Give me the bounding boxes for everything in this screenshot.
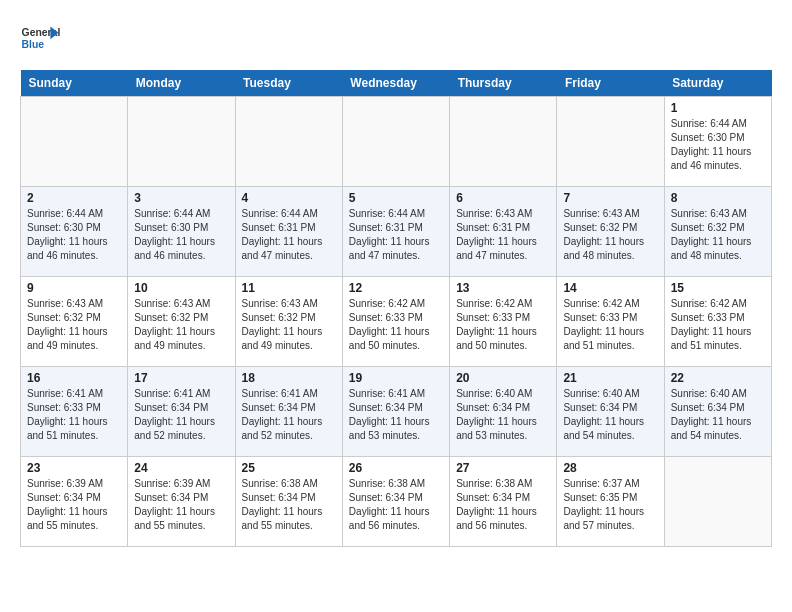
calendar-cell (664, 457, 771, 547)
day-info: Sunrise: 6:44 AM Sunset: 6:30 PM Dayligh… (134, 207, 228, 263)
day-header-wednesday: Wednesday (342, 70, 449, 97)
calendar-cell (557, 97, 664, 187)
calendar-cell: 5Sunrise: 6:44 AM Sunset: 6:31 PM Daylig… (342, 187, 449, 277)
day-number: 12 (349, 281, 443, 295)
day-header-friday: Friday (557, 70, 664, 97)
day-info: Sunrise: 6:38 AM Sunset: 6:34 PM Dayligh… (242, 477, 336, 533)
calendar-header-row: SundayMondayTuesdayWednesdayThursdayFrid… (21, 70, 772, 97)
day-number: 8 (671, 191, 765, 205)
logo: General Blue (20, 20, 64, 60)
calendar-cell: 24Sunrise: 6:39 AM Sunset: 6:34 PM Dayli… (128, 457, 235, 547)
day-info: Sunrise: 6:43 AM Sunset: 6:32 PM Dayligh… (27, 297, 121, 353)
calendar-cell: 11Sunrise: 6:43 AM Sunset: 6:32 PM Dayli… (235, 277, 342, 367)
day-info: Sunrise: 6:43 AM Sunset: 6:31 PM Dayligh… (456, 207, 550, 263)
day-number: 16 (27, 371, 121, 385)
day-info: Sunrise: 6:42 AM Sunset: 6:33 PM Dayligh… (349, 297, 443, 353)
day-info: Sunrise: 6:43 AM Sunset: 6:32 PM Dayligh… (671, 207, 765, 263)
calendar-cell: 15Sunrise: 6:42 AM Sunset: 6:33 PM Dayli… (664, 277, 771, 367)
day-info: Sunrise: 6:42 AM Sunset: 6:33 PM Dayligh… (563, 297, 657, 353)
calendar-cell: 22Sunrise: 6:40 AM Sunset: 6:34 PM Dayli… (664, 367, 771, 457)
day-info: Sunrise: 6:39 AM Sunset: 6:34 PM Dayligh… (27, 477, 121, 533)
calendar-cell: 12Sunrise: 6:42 AM Sunset: 6:33 PM Dayli… (342, 277, 449, 367)
calendar-cell: 28Sunrise: 6:37 AM Sunset: 6:35 PM Dayli… (557, 457, 664, 547)
calendar-cell: 23Sunrise: 6:39 AM Sunset: 6:34 PM Dayli… (21, 457, 128, 547)
day-info: Sunrise: 6:43 AM Sunset: 6:32 PM Dayligh… (563, 207, 657, 263)
day-number: 9 (27, 281, 121, 295)
day-info: Sunrise: 6:40 AM Sunset: 6:34 PM Dayligh… (671, 387, 765, 443)
day-header-thursday: Thursday (450, 70, 557, 97)
day-number: 28 (563, 461, 657, 475)
day-info: Sunrise: 6:41 AM Sunset: 6:33 PM Dayligh… (27, 387, 121, 443)
day-number: 10 (134, 281, 228, 295)
calendar-cell: 19Sunrise: 6:41 AM Sunset: 6:34 PM Dayli… (342, 367, 449, 457)
day-info: Sunrise: 6:41 AM Sunset: 6:34 PM Dayligh… (349, 387, 443, 443)
day-number: 21 (563, 371, 657, 385)
day-info: Sunrise: 6:44 AM Sunset: 6:31 PM Dayligh… (242, 207, 336, 263)
week-row-1: 1Sunrise: 6:44 AM Sunset: 6:30 PM Daylig… (21, 97, 772, 187)
day-info: Sunrise: 6:40 AM Sunset: 6:34 PM Dayligh… (456, 387, 550, 443)
calendar-cell: 2Sunrise: 6:44 AM Sunset: 6:30 PM Daylig… (21, 187, 128, 277)
day-number: 7 (563, 191, 657, 205)
day-number: 18 (242, 371, 336, 385)
calendar-cell: 25Sunrise: 6:38 AM Sunset: 6:34 PM Dayli… (235, 457, 342, 547)
day-number: 5 (349, 191, 443, 205)
calendar-cell (235, 97, 342, 187)
calendar-cell: 1Sunrise: 6:44 AM Sunset: 6:30 PM Daylig… (664, 97, 771, 187)
calendar-cell: 10Sunrise: 6:43 AM Sunset: 6:32 PM Dayli… (128, 277, 235, 367)
day-header-saturday: Saturday (664, 70, 771, 97)
calendar-cell (342, 97, 449, 187)
day-number: 20 (456, 371, 550, 385)
calendar-cell: 8Sunrise: 6:43 AM Sunset: 6:32 PM Daylig… (664, 187, 771, 277)
calendar-cell: 9Sunrise: 6:43 AM Sunset: 6:32 PM Daylig… (21, 277, 128, 367)
calendar-cell: 3Sunrise: 6:44 AM Sunset: 6:30 PM Daylig… (128, 187, 235, 277)
calendar-cell: 18Sunrise: 6:41 AM Sunset: 6:34 PM Dayli… (235, 367, 342, 457)
day-number: 13 (456, 281, 550, 295)
calendar-cell (128, 97, 235, 187)
day-header-sunday: Sunday (21, 70, 128, 97)
day-number: 4 (242, 191, 336, 205)
day-number: 26 (349, 461, 443, 475)
calendar-table: SundayMondayTuesdayWednesdayThursdayFrid… (20, 70, 772, 547)
calendar-cell: 27Sunrise: 6:38 AM Sunset: 6:34 PM Dayli… (450, 457, 557, 547)
day-number: 15 (671, 281, 765, 295)
calendar-cell (21, 97, 128, 187)
day-info: Sunrise: 6:43 AM Sunset: 6:32 PM Dayligh… (242, 297, 336, 353)
week-row-5: 23Sunrise: 6:39 AM Sunset: 6:34 PM Dayli… (21, 457, 772, 547)
calendar-cell: 21Sunrise: 6:40 AM Sunset: 6:34 PM Dayli… (557, 367, 664, 457)
day-number: 11 (242, 281, 336, 295)
day-info: Sunrise: 6:42 AM Sunset: 6:33 PM Dayligh… (671, 297, 765, 353)
day-info: Sunrise: 6:38 AM Sunset: 6:34 PM Dayligh… (349, 477, 443, 533)
calendar-cell: 17Sunrise: 6:41 AM Sunset: 6:34 PM Dayli… (128, 367, 235, 457)
calendar-cell: 4Sunrise: 6:44 AM Sunset: 6:31 PM Daylig… (235, 187, 342, 277)
day-info: Sunrise: 6:42 AM Sunset: 6:33 PM Dayligh… (456, 297, 550, 353)
week-row-2: 2Sunrise: 6:44 AM Sunset: 6:30 PM Daylig… (21, 187, 772, 277)
week-row-3: 9Sunrise: 6:43 AM Sunset: 6:32 PM Daylig… (21, 277, 772, 367)
day-number: 23 (27, 461, 121, 475)
day-number: 2 (27, 191, 121, 205)
calendar-cell (450, 97, 557, 187)
day-number: 27 (456, 461, 550, 475)
day-info: Sunrise: 6:44 AM Sunset: 6:30 PM Dayligh… (27, 207, 121, 263)
day-info: Sunrise: 6:37 AM Sunset: 6:35 PM Dayligh… (563, 477, 657, 533)
day-info: Sunrise: 6:44 AM Sunset: 6:31 PM Dayligh… (349, 207, 443, 263)
day-number: 1 (671, 101, 765, 115)
day-info: Sunrise: 6:44 AM Sunset: 6:30 PM Dayligh… (671, 117, 765, 173)
day-number: 17 (134, 371, 228, 385)
week-row-4: 16Sunrise: 6:41 AM Sunset: 6:33 PM Dayli… (21, 367, 772, 457)
day-number: 24 (134, 461, 228, 475)
calendar-cell: 7Sunrise: 6:43 AM Sunset: 6:32 PM Daylig… (557, 187, 664, 277)
day-info: Sunrise: 6:38 AM Sunset: 6:34 PM Dayligh… (456, 477, 550, 533)
day-number: 3 (134, 191, 228, 205)
day-number: 6 (456, 191, 550, 205)
day-header-monday: Monday (128, 70, 235, 97)
svg-text:Blue: Blue (22, 39, 45, 50)
day-number: 19 (349, 371, 443, 385)
calendar-cell: 26Sunrise: 6:38 AM Sunset: 6:34 PM Dayli… (342, 457, 449, 547)
day-info: Sunrise: 6:40 AM Sunset: 6:34 PM Dayligh… (563, 387, 657, 443)
day-number: 25 (242, 461, 336, 475)
day-number: 22 (671, 371, 765, 385)
calendar-cell: 20Sunrise: 6:40 AM Sunset: 6:34 PM Dayli… (450, 367, 557, 457)
calendar-cell: 14Sunrise: 6:42 AM Sunset: 6:33 PM Dayli… (557, 277, 664, 367)
day-number: 14 (563, 281, 657, 295)
day-info: Sunrise: 6:41 AM Sunset: 6:34 PM Dayligh… (134, 387, 228, 443)
